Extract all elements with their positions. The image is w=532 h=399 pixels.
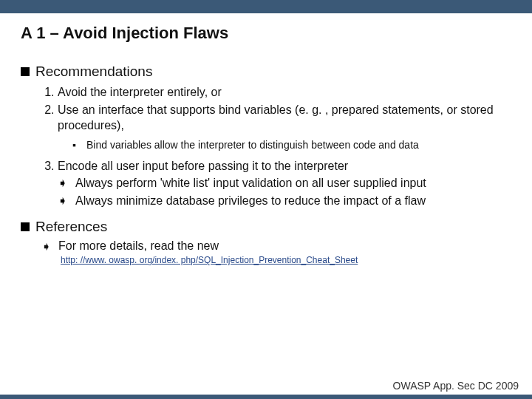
section-references: References ➧ For more details, read the …	[21, 219, 511, 265]
section-header: Recommendations	[21, 64, 511, 80]
section-recommendations: Recommendations Avoid the interpreter en…	[21, 64, 511, 208]
list-item-text: Always perform 'white list' input valida…	[75, 175, 426, 191]
list-item-text: For more details, read the new	[58, 239, 219, 253]
sub-bullet-list: ▪ Bind variables allow the interpreter t…	[72, 138, 511, 152]
slide-content: A 1 – Avoid Injection Flaws Recommendati…	[0, 13, 532, 265]
list-item: Use an interface that supports bind vari…	[58, 102, 511, 134]
slide-title: A 1 – Avoid Injection Flaws	[21, 24, 511, 43]
list-item: ➧ Always minimize database privileges to…	[58, 193, 511, 209]
reference-lead: ➧ For more details, read the new	[41, 239, 511, 253]
footer-text: OWASP App. Sec DC 2009	[393, 380, 519, 392]
square-bullet-icon: ▪	[72, 138, 76, 152]
list-item: Avoid the interpreter entirely, or	[58, 84, 511, 100]
list-item: Encode all user input before passing it …	[58, 158, 511, 174]
list-item: ➧ For more details, read the new	[41, 239, 511, 253]
reference-link[interactable]: http: //www. owasp. org/index. php/SQL_I…	[61, 255, 511, 265]
bottom-accent-bar	[0, 395, 532, 399]
arrow-icon: ➧	[58, 193, 68, 209]
numbered-list-continued: Encode all user input before passing it …	[58, 158, 511, 174]
list-item-text: Always minimize database privileges to r…	[75, 193, 426, 209]
arrow-bullet-list: ➧ Always perform 'white list' input vali…	[58, 175, 511, 208]
list-item: ▪ Bind variables allow the interpreter t…	[72, 138, 511, 152]
section-heading: References	[35, 219, 107, 235]
list-item: ➧ Always perform 'white list' input vali…	[58, 175, 511, 191]
square-bullet-icon	[21, 222, 30, 231]
section-header: References	[21, 219, 511, 235]
arrow-icon: ➧	[58, 175, 68, 191]
top-accent-bar	[0, 0, 532, 13]
list-item-text: Bind variables allow the interpreter to …	[86, 138, 419, 152]
section-heading: Recommendations	[35, 64, 152, 80]
square-bullet-icon	[21, 67, 30, 76]
arrow-icon: ➧	[41, 239, 51, 253]
numbered-list: Avoid the interpreter entirely, or Use a…	[58, 84, 511, 134]
